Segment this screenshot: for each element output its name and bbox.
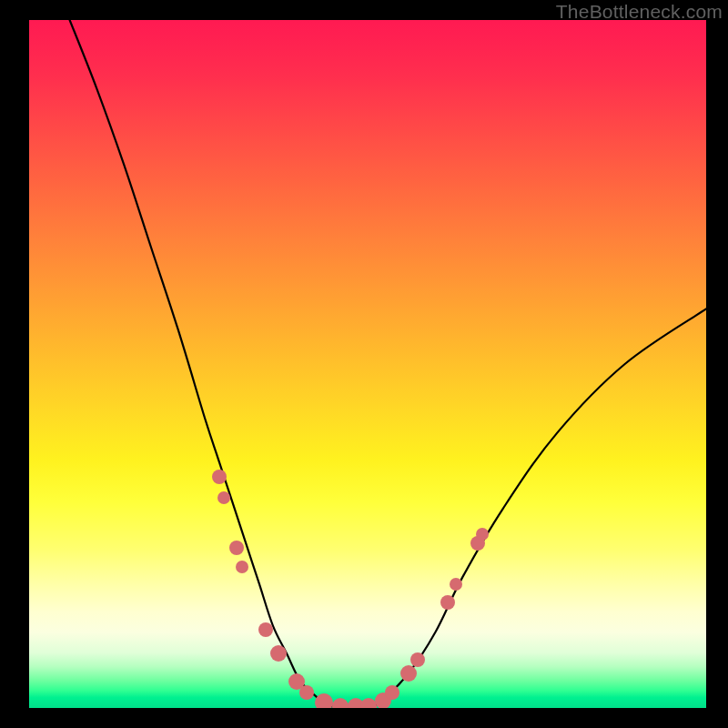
marker-dot	[258, 622, 273, 637]
chart-frame: TheBottleneck.com	[0, 0, 728, 728]
marker-dot	[270, 645, 287, 662]
marker-dot	[315, 693, 333, 708]
marker-dot	[400, 665, 417, 682]
marker-dot	[440, 595, 455, 610]
marker-dot	[217, 491, 230, 504]
marker-dot	[332, 698, 349, 708]
marker-dot	[476, 528, 489, 541]
plot-area	[29, 20, 706, 708]
marker-dot	[236, 561, 248, 573]
marker-dot	[229, 541, 244, 555]
marker-dot	[410, 652, 425, 667]
marker-dot	[212, 470, 227, 484]
marker-layer	[29, 20, 706, 708]
marker-dot	[299, 685, 314, 700]
marker-dot	[450, 578, 462, 591]
marker-dot	[385, 685, 399, 700]
